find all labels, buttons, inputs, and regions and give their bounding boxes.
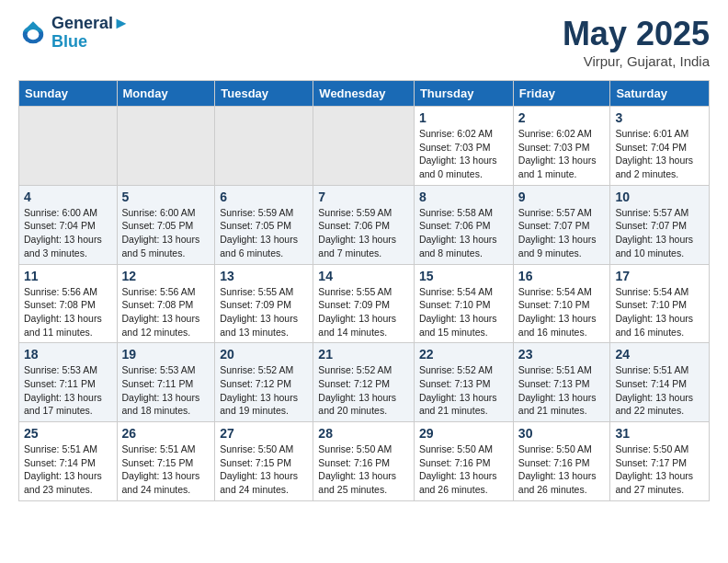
calendar-cell: 24Sunrise: 5:51 AMSunset: 7:14 PMDayligh… xyxy=(610,343,710,422)
day-info: Sunrise: 5:50 AMSunset: 7:17 PMDaylight:… xyxy=(615,442,704,497)
day-info: Sunrise: 5:51 AMSunset: 7:13 PMDaylight:… xyxy=(518,363,606,418)
calendar-cell: 18Sunrise: 5:53 AMSunset: 7:11 PMDayligh… xyxy=(19,343,118,422)
calendar-cell: 21Sunrise: 5:52 AMSunset: 7:12 PMDayligh… xyxy=(313,343,415,422)
day-number: 14 xyxy=(318,269,409,283)
day-number: 13 xyxy=(220,269,308,283)
day-info: Sunrise: 5:52 AMSunset: 7:12 PMDaylight:… xyxy=(318,363,409,418)
day-number: 16 xyxy=(518,269,606,283)
calendar-header-row: SundayMondayTuesdayWednesdayThursdayFrid… xyxy=(19,81,710,107)
day-info: Sunrise: 5:52 AMSunset: 7:12 PMDaylight:… xyxy=(220,363,308,418)
calendar-cell: 17Sunrise: 5:54 AMSunset: 7:10 PMDayligh… xyxy=(610,264,710,343)
day-number: 1 xyxy=(419,110,508,125)
day-number: 4 xyxy=(24,190,112,204)
day-number: 12 xyxy=(122,269,210,283)
calendar-cell: 23Sunrise: 5:51 AMSunset: 7:13 PMDayligh… xyxy=(513,343,610,422)
calendar-cell: 6Sunrise: 5:59 AMSunset: 7:05 PMDaylight… xyxy=(215,185,313,264)
day-info: Sunrise: 5:53 AMSunset: 7:11 PMDaylight:… xyxy=(122,363,210,418)
calendar-week-3: 11Sunrise: 5:56 AMSunset: 7:08 PMDayligh… xyxy=(19,264,710,343)
day-info: Sunrise: 5:59 AMSunset: 7:05 PMDaylight:… xyxy=(220,206,308,260)
day-info: Sunrise: 5:59 AMSunset: 7:06 PMDaylight:… xyxy=(318,206,409,260)
month-title: May 2025 xyxy=(563,15,710,53)
day-info: Sunrise: 6:01 AMSunset: 7:04 PMDaylight:… xyxy=(615,127,704,181)
calendar-cell: 14Sunrise: 5:55 AMSunset: 7:09 PMDayligh… xyxy=(313,264,415,343)
day-number: 3 xyxy=(615,110,704,125)
calendar-cell: 7Sunrise: 5:59 AMSunset: 7:06 PMDaylight… xyxy=(313,185,415,264)
calendar-cell xyxy=(19,107,118,186)
calendar-cell: 20Sunrise: 5:52 AMSunset: 7:12 PMDayligh… xyxy=(215,343,313,422)
calendar-cell xyxy=(117,107,215,186)
day-info: Sunrise: 5:56 AMSunset: 7:08 PMDaylight:… xyxy=(122,285,210,339)
day-number: 10 xyxy=(615,190,704,204)
page: General► Blue May 2025 Virpur, Gujarat, … xyxy=(0,0,728,516)
calendar-cell: 4Sunrise: 6:00 AMSunset: 7:04 PMDaylight… xyxy=(19,185,118,264)
day-number: 24 xyxy=(615,347,704,362)
day-number: 5 xyxy=(122,190,210,204)
weekday-header-saturday: Saturday xyxy=(610,81,710,107)
svg-point-2 xyxy=(28,29,40,40)
calendar-week-2: 4Sunrise: 6:00 AMSunset: 7:04 PMDaylight… xyxy=(19,185,710,264)
weekday-header-friday: Friday xyxy=(513,81,610,107)
calendar-cell: 19Sunrise: 5:53 AMSunset: 7:11 PMDayligh… xyxy=(117,343,215,422)
title-block: May 2025 Virpur, Gujarat, India xyxy=(563,15,710,69)
day-info: Sunrise: 5:53 AMSunset: 7:11 PMDaylight:… xyxy=(24,363,112,418)
calendar-cell: 8Sunrise: 5:58 AMSunset: 7:06 PMDaylight… xyxy=(414,185,513,264)
day-info: Sunrise: 5:51 AMSunset: 7:15 PMDaylight:… xyxy=(122,442,210,497)
day-number: 25 xyxy=(24,426,112,441)
day-number: 22 xyxy=(419,347,508,362)
weekday-header-thursday: Thursday xyxy=(414,81,513,107)
day-info: Sunrise: 5:54 AMSunset: 7:10 PMDaylight:… xyxy=(518,285,606,339)
day-info: Sunrise: 5:54 AMSunset: 7:10 PMDaylight:… xyxy=(419,285,508,339)
day-number: 17 xyxy=(615,269,704,283)
day-info: Sunrise: 6:00 AMSunset: 7:05 PMDaylight:… xyxy=(122,206,210,260)
calendar-cell: 5Sunrise: 6:00 AMSunset: 7:05 PMDaylight… xyxy=(117,185,215,264)
day-info: Sunrise: 5:55 AMSunset: 7:09 PMDaylight:… xyxy=(220,285,308,339)
calendar-cell: 13Sunrise: 5:55 AMSunset: 7:09 PMDayligh… xyxy=(215,264,313,343)
day-info: Sunrise: 6:00 AMSunset: 7:04 PMDaylight:… xyxy=(24,206,112,260)
day-info: Sunrise: 5:57 AMSunset: 7:07 PMDaylight:… xyxy=(518,206,606,260)
day-info: Sunrise: 5:51 AMSunset: 7:14 PMDaylight:… xyxy=(615,363,704,418)
calendar-week-5: 25Sunrise: 5:51 AMSunset: 7:14 PMDayligh… xyxy=(19,422,710,501)
day-number: 2 xyxy=(518,110,606,125)
calendar-cell: 10Sunrise: 5:57 AMSunset: 7:07 PMDayligh… xyxy=(610,185,710,264)
calendar-cell xyxy=(215,107,313,186)
day-number: 26 xyxy=(122,426,210,441)
day-info: Sunrise: 5:50 AMSunset: 7:16 PMDaylight:… xyxy=(419,442,508,497)
day-number: 23 xyxy=(518,347,606,362)
weekday-header-tuesday: Tuesday xyxy=(215,81,313,107)
calendar-cell: 28Sunrise: 5:50 AMSunset: 7:16 PMDayligh… xyxy=(313,422,415,501)
calendar-cell: 31Sunrise: 5:50 AMSunset: 7:17 PMDayligh… xyxy=(610,422,710,501)
calendar-cell: 1Sunrise: 6:02 AMSunset: 7:03 PMDaylight… xyxy=(414,107,513,186)
weekday-header-wednesday: Wednesday xyxy=(313,81,415,107)
day-info: Sunrise: 5:57 AMSunset: 7:07 PMDaylight:… xyxy=(615,206,704,260)
calendar-week-1: 1Sunrise: 6:02 AMSunset: 7:03 PMDaylight… xyxy=(19,107,710,186)
location: Virpur, Gujarat, India xyxy=(563,53,710,69)
day-number: 11 xyxy=(24,269,112,283)
calendar-cell: 27Sunrise: 5:50 AMSunset: 7:15 PMDayligh… xyxy=(215,422,313,501)
day-number: 15 xyxy=(419,269,508,283)
day-info: Sunrise: 5:50 AMSunset: 7:16 PMDaylight:… xyxy=(518,442,606,497)
calendar-cell: 2Sunrise: 6:02 AMSunset: 7:03 PMDaylight… xyxy=(513,107,610,186)
calendar-week-4: 18Sunrise: 5:53 AMSunset: 7:11 PMDayligh… xyxy=(19,343,710,422)
calendar-cell: 9Sunrise: 5:57 AMSunset: 7:07 PMDaylight… xyxy=(513,185,610,264)
day-number: 6 xyxy=(220,190,308,204)
day-number: 7 xyxy=(318,190,409,204)
calendar-cell xyxy=(313,107,415,186)
day-info: Sunrise: 5:54 AMSunset: 7:10 PMDaylight:… xyxy=(615,285,704,339)
day-number: 27 xyxy=(220,426,308,441)
logo: General► Blue xyxy=(18,15,130,52)
day-number: 8 xyxy=(419,190,508,204)
logo-icon xyxy=(18,18,48,48)
calendar-cell: 16Sunrise: 5:54 AMSunset: 7:10 PMDayligh… xyxy=(513,264,610,343)
day-info: Sunrise: 5:52 AMSunset: 7:13 PMDaylight:… xyxy=(419,363,508,418)
day-number: 21 xyxy=(318,347,409,362)
calendar-cell: 11Sunrise: 5:56 AMSunset: 7:08 PMDayligh… xyxy=(19,264,118,343)
calendar-cell: 25Sunrise: 5:51 AMSunset: 7:14 PMDayligh… xyxy=(19,422,118,501)
calendar-cell: 30Sunrise: 5:50 AMSunset: 7:16 PMDayligh… xyxy=(513,422,610,501)
header: General► Blue May 2025 Virpur, Gujarat, … xyxy=(18,15,710,69)
day-info: Sunrise: 5:55 AMSunset: 7:09 PMDaylight:… xyxy=(318,285,409,339)
day-number: 30 xyxy=(518,426,606,441)
day-number: 9 xyxy=(518,190,606,204)
calendar-cell: 26Sunrise: 5:51 AMSunset: 7:15 PMDayligh… xyxy=(117,422,215,501)
day-number: 29 xyxy=(419,426,508,441)
day-number: 18 xyxy=(24,347,112,362)
